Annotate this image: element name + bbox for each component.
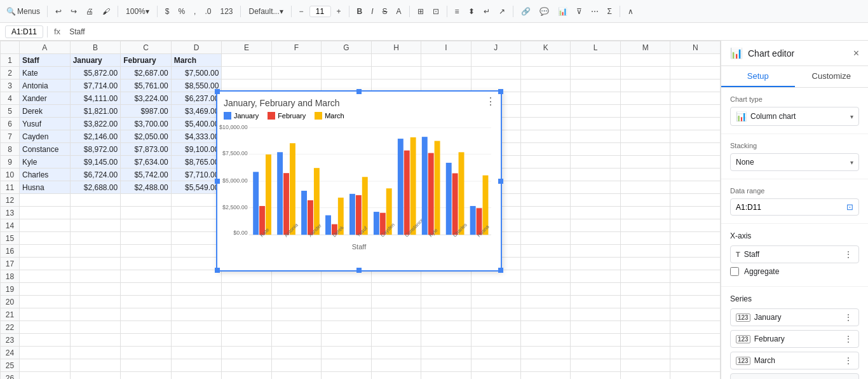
cell-empty-6-13[interactable] <box>670 118 721 130</box>
cell-empty-25-9[interactable] <box>471 359 520 372</box>
chart-button[interactable]: 📊 <box>555 6 571 17</box>
cell-empty-20-6[interactable] <box>322 296 372 308</box>
cell-empty-14-0[interactable] <box>20 219 71 232</box>
cell-empty-10-13[interactable] <box>670 169 721 181</box>
wrap-button[interactable]: ↵ <box>480 6 493 17</box>
cell-1-0[interactable]: Staff <box>20 54 71 67</box>
cell-empty-26-10[interactable] <box>521 372 571 380</box>
col-header-I[interactable]: I <box>421 41 471 54</box>
cell-empty-14-12[interactable] <box>620 219 670 232</box>
cell-empty-21-7[interactable] <box>371 308 421 321</box>
cell-empty-16-13[interactable] <box>670 245 721 258</box>
cell-empty-18-10[interactable] <box>521 270 571 283</box>
cell-empty-26-12[interactable] <box>620 372 670 380</box>
cell-6-3[interactable]: $5,400.00 <box>171 118 222 130</box>
cell-8-0[interactable]: Constance <box>20 143 71 156</box>
cell-empty-2-8[interactable] <box>421 67 471 79</box>
cell-empty-23-1[interactable] <box>70 334 121 347</box>
cell-10-0[interactable]: Charles <box>20 169 71 181</box>
cell-empty-6-10[interactable] <box>521 118 571 130</box>
cell-empty-22-5[interactable] <box>271 321 321 334</box>
cell-empty-26-0[interactable] <box>20 372 71 380</box>
cell-empty-23-3[interactable] <box>171 334 222 347</box>
cell-empty-21-3[interactable] <box>171 308 222 321</box>
cell-empty-12-13[interactable] <box>670 194 721 207</box>
cell-empty-1-6[interactable] <box>322 54 372 67</box>
cell-empty-12-2[interactable] <box>121 194 172 207</box>
cell-11-1[interactable]: $2,688.00 <box>70 181 121 194</box>
cell-empty-5-13[interactable] <box>670 105 721 118</box>
cell-empty-21-1[interactable] <box>70 308 121 321</box>
cell-empty-2-7[interactable] <box>371 67 421 79</box>
cell-empty-4-13[interactable] <box>670 92 721 105</box>
cell-empty-14-2[interactable] <box>121 219 172 232</box>
cell-empty-19-13[interactable] <box>670 283 721 296</box>
cell-empty-26-4[interactable] <box>222 372 271 380</box>
cell-empty-1-8[interactable] <box>421 54 471 67</box>
cell-empty-13-11[interactable] <box>571 207 620 219</box>
cell-empty-21-8[interactable] <box>421 308 471 321</box>
aggregate-checkbox[interactable] <box>730 267 739 276</box>
chart-menu-button[interactable]: ⋮ <box>485 95 496 107</box>
cell-empty-13-2[interactable] <box>121 207 172 219</box>
cell-empty-8-10[interactable] <box>521 143 571 156</box>
cell-empty-9-10[interactable] <box>521 156 571 169</box>
cell-empty-2-6[interactable] <box>322 67 372 79</box>
cell-empty-4-11[interactable] <box>571 92 620 105</box>
cell-7-3[interactable]: $4,333.00 <box>171 130 222 143</box>
cell-11-0[interactable]: Husna <box>20 181 71 194</box>
cell-empty-24-11[interactable] <box>571 347 620 359</box>
italic-button[interactable]: I <box>368 6 376 17</box>
cell-5-0[interactable]: Derek <box>20 105 71 118</box>
cell-2-1[interactable]: $5,872.00 <box>70 67 121 79</box>
cell-empty-24-9[interactable] <box>471 347 520 359</box>
bold-button[interactable]: B <box>354 6 366 17</box>
cell-empty-20-1[interactable] <box>70 296 121 308</box>
cell-empty-22-12[interactable] <box>620 321 670 334</box>
add-series-button[interactable]: Add Series <box>730 373 859 379</box>
cell-empty-14-11[interactable] <box>571 219 620 232</box>
cell-empty-1-5[interactable] <box>271 54 321 67</box>
cell-8-2[interactable]: $7,873.00 <box>121 143 172 156</box>
cell-empty-22-9[interactable] <box>471 321 520 334</box>
cell-empty-11-10[interactable] <box>521 181 571 194</box>
cell-empty-26-2[interactable] <box>121 372 172 380</box>
cell-empty-23-5[interactable] <box>271 334 321 347</box>
cell-empty-25-12[interactable] <box>620 359 670 372</box>
cell-empty-7-13[interactable] <box>670 130 721 143</box>
percent-button[interactable]: % <box>175 6 188 17</box>
cell-empty-17-2[interactable] <box>121 258 172 270</box>
cell-empty-26-9[interactable] <box>471 372 520 380</box>
cell-empty-20-4[interactable] <box>222 296 271 308</box>
col-header-A[interactable]: A <box>20 41 71 54</box>
cell-empty-10-12[interactable] <box>620 169 670 181</box>
cell-9-2[interactable]: $7,634.00 <box>121 156 172 169</box>
cell-empty-22-8[interactable] <box>421 321 471 334</box>
cell-empty-18-8[interactable] <box>421 270 471 283</box>
cell-empty-2-12[interactable] <box>620 67 670 79</box>
cell-empty-12-12[interactable] <box>620 194 670 207</box>
cell-7-2[interactable]: $2,050.00 <box>121 130 172 143</box>
cell-empty-21-10[interactable] <box>521 308 571 321</box>
font-name[interactable]: Default...▾ <box>245 6 286 17</box>
cell-empty-12-11[interactable] <box>571 194 620 207</box>
sum-button[interactable]: Σ <box>604 6 615 17</box>
col-header-L[interactable]: L <box>571 41 620 54</box>
resize-handle-mr[interactable] <box>498 179 503 184</box>
cell-empty-25-13[interactable] <box>670 359 721 372</box>
cell-empty-15-2[interactable] <box>121 232 172 245</box>
cell-empty-24-3[interactable] <box>171 347 222 359</box>
cell-empty-1-7[interactable] <box>371 54 421 67</box>
cell-8-1[interactable]: $8,972.00 <box>70 143 121 156</box>
cell-empty-17-3[interactable] <box>171 258 222 270</box>
cell-10-1[interactable]: $6,724.00 <box>70 169 121 181</box>
cell-5-1[interactable]: $1,821.00 <box>70 105 121 118</box>
cell-empty-14-10[interactable] <box>521 219 571 232</box>
cell-empty-18-9[interactable] <box>471 270 520 283</box>
cell-empty-9-11[interactable] <box>571 156 620 169</box>
cell-empty-19-10[interactable] <box>521 283 571 296</box>
cell-empty-2-4[interactable] <box>222 67 271 79</box>
cell-empty-16-11[interactable] <box>571 245 620 258</box>
cell-empty-3-11[interactable] <box>571 79 620 92</box>
cell-empty-18-2[interactable] <box>121 270 172 283</box>
